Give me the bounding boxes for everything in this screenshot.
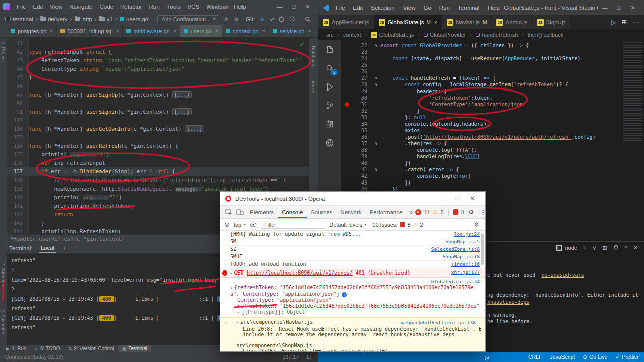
source-control-icon[interactable] (325, 101, 334, 110)
source-link[interactable]: xhr.js:177 (451, 269, 480, 275)
remote-explorer-icon[interactable] (325, 138, 334, 147)
devtools-tab-network[interactable]: Network (336, 206, 365, 218)
minimap[interactable] (623, 42, 642, 143)
code-line[interactable]: 37∨ .then(res => { (341, 140, 644, 147)
git-rollback-button[interactable] (279, 16, 285, 22)
toolwindow-project-button[interactable]: 1: Project (1, 42, 6, 62)
editor-tab[interactable]: context.go× (222, 25, 269, 37)
menu-code[interactable]: Code (96, 4, 117, 10)
code-line[interactable]: 43 RefreshToken string `json:"refreshTok… (0, 56, 309, 65)
toolwindow-database-button[interactable]: Database (311, 46, 316, 66)
devtools-tab-elements[interactable]: Elements (246, 206, 278, 218)
code-line[interactable]: 29 headers: { (341, 88, 644, 95)
toolwindow-structure-button[interactable]: 7: Structure (1, 263, 6, 288)
maximize-button[interactable]: □ (287, 0, 301, 13)
menu-go[interactable]: Go (419, 5, 435, 11)
editor-tab[interactable]: JSNavbar.jsM (442, 15, 492, 29)
code-line[interactable]: 32 } (341, 108, 644, 114)
menu-edit[interactable]: Edit (349, 5, 367, 11)
menu-terminal[interactable]: Terminal (454, 5, 484, 11)
source-link[interactable]: webpackHotDevClient.js:138 (401, 320, 476, 326)
menu-selection[interactable]: Selection (367, 5, 398, 11)
menu-refactor[interactable]: Refactor (117, 4, 145, 10)
terminal-tab-local[interactable]: Local (39, 244, 57, 253)
editor-tab[interactable]: JSAdmin.js (492, 15, 532, 29)
split-editor-icon[interactable]: ⊞ (622, 19, 627, 26)
breadcrumb-item[interactable]: v1 (98, 16, 114, 22)
close-button[interactable]: ✕ (626, 1, 640, 14)
device-toolbar-icon[interactable] (236, 209, 244, 216)
console-context-select[interactable]: top▾ (234, 222, 246, 228)
statusbar-prettier[interactable]: ✓Prettier (615, 354, 639, 360)
code-line[interactable]: 33 }: null (341, 114, 644, 121)
fold-chevron-icon[interactable]: ∨ (372, 75, 380, 81)
split-terminal-button[interactable]: ⊞ (602, 245, 607, 251)
console-filter-input[interactable] (261, 221, 325, 229)
code-line[interactable]: 90 (0, 99, 309, 108)
code-line[interactable]: 41∨ .catch( error => { (341, 166, 644, 173)
run-button[interactable] (224, 16, 229, 22)
minimize-button[interactable]: — (273, 0, 287, 13)
close-tab-icon[interactable]: × (50, 28, 53, 34)
log-levels-select[interactable]: Default levels▾ (329, 222, 366, 228)
run-debug-icon[interactable] (325, 82, 334, 92)
source-link[interactable]: (index):16 (451, 261, 480, 267)
debug-button[interactable] (234, 16, 239, 22)
menu-tools[interactable]: Tools (164, 4, 184, 10)
devtools-tab-console[interactable]: Console (278, 206, 307, 218)
code-line[interactable]: 23 (341, 49, 644, 55)
git-update-button[interactable] (259, 16, 265, 22)
clear-console-icon[interactable]: ⊘ (224, 221, 230, 228)
kill-terminal-button[interactable] (613, 245, 619, 251)
menu-vcs[interactable]: VCS (184, 4, 203, 10)
code-line[interactable]: 35 axios (341, 127, 644, 134)
expand-icon[interactable]: ▸ (236, 320, 239, 325)
toolwindow-make-button[interactable]: make (311, 81, 316, 93)
search-icon[interactable]: 2 (325, 64, 334, 73)
code-line[interactable]: 36 .post('http://localhost:8090/api/v1/u… (341, 134, 644, 140)
issues-icon[interactable] (453, 209, 458, 215)
source-link[interactable]: log.js:24 (454, 231, 480, 237)
close-tab-icon[interactable]: × (308, 28, 311, 34)
menu-help[interactable]: Help (230, 4, 250, 10)
menu-view[interactable]: View (46, 4, 66, 10)
fold-chevron-icon[interactable]: ∨ (372, 166, 380, 173)
warning-count-icon[interactable]: ⚠ (433, 209, 438, 215)
more-actions-icon[interactable]: ⋯ (633, 19, 639, 26)
live-expression-eye-icon[interactable] (250, 222, 257, 227)
vscode-code-area[interactable]: 22∨export const GlobalProvider = ({ chil… (341, 42, 644, 193)
statusbar-terminal[interactable]: ▣Terminal (118, 345, 151, 352)
editor-tab[interactable]: JSAppReducer.js (318, 15, 374, 29)
run-configuration-select[interactable]: Add Configuration...▾ (157, 15, 219, 23)
statusbar-go-live[interactable]: ⊙Go Live (583, 354, 607, 360)
chevron-down-icon[interactable]: ∨ (592, 245, 596, 251)
code-line[interactable]: 116func (h *Handler) userGetOwnInfo(c *g… (0, 125, 309, 133)
code-line[interactable]: 41 (0, 39, 309, 48)
error-count-icon[interactable]: ✕ (415, 209, 421, 215)
breadcrumb-item[interactable]: terminal (4, 16, 34, 22)
menu-run[interactable]: Run (435, 5, 454, 11)
source-link[interactable]: ShopMap.js:5 (445, 239, 480, 245)
explorer-icon[interactable] (325, 45, 334, 54)
code-line[interactable]: 138 //if inp.refreshToken =c.GetHeader("… (0, 176, 309, 185)
expand-icon[interactable]: ▸ (230, 271, 233, 276)
run-file-icon[interactable]: ▷ (611, 19, 616, 26)
devtools-menu-icon[interactable]: ⋮ (478, 209, 488, 216)
close-tab-icon[interactable]: × (116, 28, 119, 34)
toolwindow-favorites-button[interactable]: 2: Favorites (1, 309, 6, 334)
statusbar-4-run[interactable]: ▶4: Run (2, 345, 30, 352)
maximize-button[interactable]: □ (612, 1, 626, 14)
object-preview[interactable]: ▾{refreshToken: "156c1dd1de7c263457dde02… (220, 285, 485, 297)
minimize-button[interactable]: — (598, 1, 612, 14)
code-line[interactable]: 30 'refreshToken':token, (341, 95, 644, 101)
breadcrumb-item[interactable]: delivery (39, 16, 69, 22)
fold-chevron-icon[interactable]: ∨ (372, 42, 380, 49)
code-line[interactable]: 39 handleLogIn(res.data) (341, 153, 644, 160)
new-terminal-button[interactable]: + (583, 245, 586, 251)
extensions-icon[interactable] (325, 120, 334, 129)
code-line[interactable]: 38 console.log("TYTA"); (341, 147, 644, 153)
expand-icon[interactable]: ▸ (237, 310, 240, 315)
code-line[interactable]: 43 }) (341, 179, 644, 186)
breadcrumb-item[interactable]: src (325, 32, 335, 38)
close-button[interactable]: ✕ (301, 0, 315, 13)
